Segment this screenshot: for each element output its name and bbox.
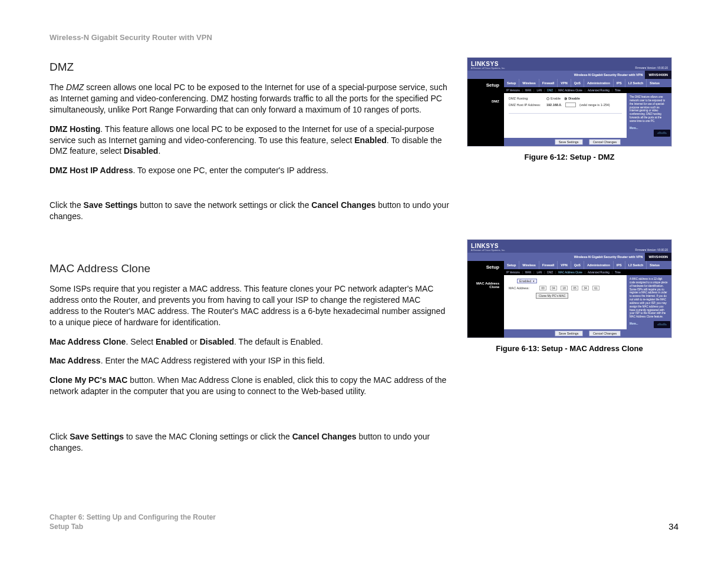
page-header: Wireless-N Gigabit Security Router with … [50,33,678,42]
tab-setup[interactable]: Setup [504,79,519,87]
subtab-ipver[interactable]: IP Versions [506,89,523,92]
figure-caption-612: Figure 6-12: Setup - DMZ [467,153,672,161]
tab-l2switch[interactable]: L2 Switch [625,79,647,87]
figure-caption-613: Figure 6-13: Setup - MAC Address Clone [467,344,672,353]
text: Click [50,432,70,441]
cisco-logo [654,321,670,328]
subtab-dmz[interactable]: DMZ [547,89,556,92]
mac-octet-input[interactable]: 00 [539,286,546,290]
tab-l2switch[interactable]: L2 Switch [625,261,647,269]
tab-firewall[interactable]: Firewall [539,79,558,87]
help-panel: A MAC address is a 12-digit code assigne… [627,275,671,329]
term: Mac Address Clone [50,337,126,346]
section-title-dmz: DMZ [50,61,450,74]
term: Mac Address [50,356,101,365]
tab-status[interactable]: Status [647,79,663,87]
subtab-mac[interactable]: MAC Address Clone [558,271,585,274]
firmware-version: Firmware Version: V0.00.20 [635,67,668,70]
sub-tabs: IP Versions WAN LAN DMZ MAC Address Clon… [504,87,671,93]
tab-admin[interactable]: Administration [584,261,614,269]
subtab-ipver[interactable]: IP Versions [506,271,523,274]
radio-enable[interactable]: Enable [546,97,561,100]
term: DMZ Host IP Address [50,166,133,175]
mac-octet-input[interactable]: 18 [561,286,568,290]
tab-qos[interactable]: QoS [571,261,584,269]
text: . Select [126,337,156,346]
figure-6-12: LINKSYS A Division of Cisco Systems, Inc… [467,57,672,161]
footer-section: Setup Tab [50,522,216,531]
side-title: Setup [470,81,502,91]
clone-my-pc-button[interactable]: Clone My PC's MAC [536,293,568,299]
cancel-changes-button[interactable]: Cancel Changes [589,330,621,336]
tab-setup[interactable]: Setup [504,261,519,269]
text: screen allows one local PC to be exposed… [50,82,447,114]
save-settings-button[interactable]: Save Settings [555,139,583,145]
tab-firewall[interactable]: Firewall [539,261,558,269]
radio-icon [546,97,549,100]
save-settings-button[interactable]: Save Settings [555,330,583,336]
dmz-hostip-input[interactable] [565,103,576,107]
main-tabs: Setup Wireless Firewall VPN QoS Administ… [504,261,671,269]
page-number: 34 [668,521,678,531]
tab-ips[interactable]: IPS [614,261,625,269]
help-text: The DMZ feature allows one network user … [630,95,665,123]
cancel-changes-button[interactable]: Cancel Changes [589,139,621,145]
router-screenshot-dmz: LINKSYS A Division of Cisco Systems, Inc… [467,57,672,147]
radio-label: Enable [551,97,561,100]
term: Save Settings [84,200,138,210]
term: Disabled [200,337,234,346]
mac-octet-input[interactable]: 04 [550,286,557,290]
subtab-time[interactable]: Time [615,89,621,92]
mac-octet-input[interactable]: 34 [582,286,589,290]
cisco-logo [654,130,670,137]
term: Enabled [354,135,386,145]
tab-status[interactable]: Status [647,261,663,269]
text: button to save the network settings or c… [137,200,311,210]
logo-subtext: A Division of Cisco Systems, Inc. [471,249,505,252]
text: The [50,82,66,92]
text: Click the [50,200,84,210]
term: Cancel Changes [311,200,375,210]
page-footer: Chapter 6: Setting Up and Configuring th… [50,513,678,531]
sub-tabs: IP Versions WAN LAN DMZ MAC Address Clon… [504,269,671,275]
mac-octet-input[interactable]: 61 [592,286,599,290]
tab-qos[interactable]: QoS [571,79,584,87]
section-title-mac: MAC Address Clone [50,262,450,275]
mac-clone-para: Mac Address Clone. Select Enabled or Dis… [50,336,450,348]
radio-disable[interactable]: Disable [564,97,580,100]
mac-enabled-select[interactable]: Enabled [517,279,537,283]
tab-wireless[interactable]: Wireless [519,261,539,269]
subtab-mac[interactable]: MAC Address Clone [558,89,585,92]
subtab-time[interactable]: Time [615,271,621,274]
product-name: Wireless-N Gigabit Security Router with … [574,73,645,77]
text: . To expose one PC, enter the computer's… [133,166,328,175]
subtab-lan[interactable]: LAN [536,271,545,274]
main-text-column: DMZ The DMZ screen allows one local PC t… [50,55,450,462]
tab-vpn[interactable]: VPN [558,261,571,269]
logo-subtext: A Division of Cisco Systems, Inc. [471,67,505,70]
subtab-lan[interactable]: LAN [536,89,545,92]
tab-ips[interactable]: IPS [614,79,625,87]
subtab-wan[interactable]: WAN [525,271,535,274]
mac-address-label: MAC Address: [509,286,536,290]
radio-icon [564,97,567,100]
tab-admin[interactable]: Administration [584,79,614,87]
mac-intro: Some ISPs require that you register a MA… [50,283,450,328]
router-screenshot-mac: LINKSYS A Division of Cisco Systems, Inc… [467,239,672,338]
dmz-intro: The DMZ screen allows one local PC to be… [50,82,450,115]
dmz-hosting-para: DMZ Hosting. This feature allows one loc… [50,124,450,157]
dmz-hostip-para: DMZ Host IP Address. To expose one PC, e… [50,165,450,176]
mac-octet-input[interactable]: 05 [571,286,578,290]
subtab-dmz[interactable]: DMZ [547,271,556,274]
subtab-wan[interactable]: WAN [525,89,535,92]
term: DMZ Hosting [50,124,100,134]
subtab-advrouting[interactable]: Advanced Routing [588,271,612,274]
mac-address-para: Mac Address. Enter the MAC Address regis… [50,355,450,366]
subtab-advrouting[interactable]: Advanced Routing [588,89,612,92]
tab-vpn[interactable]: VPN [558,79,571,87]
tab-wireless[interactable]: Wireless [519,79,539,87]
product-name: Wireless-N Gigabit Security Router with … [574,255,645,259]
side-sub-dmz: DMZ [470,100,502,103]
text: . [158,146,160,156]
dmz-hostip-label: DMZ Host IP Address: [509,103,543,107]
